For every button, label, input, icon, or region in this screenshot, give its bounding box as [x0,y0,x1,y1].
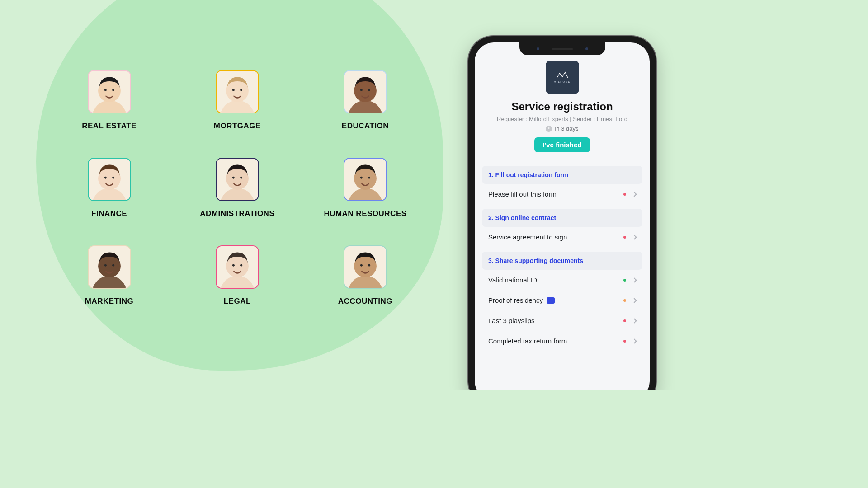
finish-button[interactable]: I've finished [534,137,590,152]
svg-point-43 [360,264,363,267]
svg-point-24 [240,177,242,179]
item-label: Please fill out this form [488,190,557,198]
category-label: REAL ESTATE [82,122,137,131]
avatar [88,245,131,289]
svg-point-38 [232,264,235,267]
svg-point-13 [360,89,363,91]
list-item[interactable]: Valid national ID [482,270,642,290]
category-label: MORTGAGE [214,122,261,131]
item-label: Completed tax return form [488,337,567,345]
step-header[interactable]: 2. Sign online contract [482,209,642,227]
category-label: ADMINISTRATIONS [200,209,274,218]
page-title: Service registration [475,100,650,113]
svg-point-29 [368,177,370,179]
svg-point-23 [232,177,235,179]
chevron-right-icon [632,298,637,303]
category-card[interactable]: REAL ESTATE [68,70,151,131]
chevron-right-icon [632,318,637,323]
category-card[interactable]: HUMAN RESOURCES [324,158,406,218]
list-item[interactable]: Service agreement to sign [482,227,642,247]
step-header[interactable]: 1. Fill out registration form [482,166,642,184]
category-card[interactable]: MORTGAGE [196,70,278,131]
list-item[interactable]: Completed tax return form [482,331,642,351]
brand-logo-text: MILFORD [554,80,571,83]
status-dot [623,340,626,343]
due-row: in 3 days [475,125,650,132]
phone-notch [519,42,605,55]
list-item[interactable]: Please fill out this form [482,184,642,204]
category-label: MARKETING [85,297,133,306]
status-dot [623,319,626,322]
category-card[interactable]: MARKETING [68,245,151,306]
svg-point-9 [240,89,242,91]
svg-point-8 [232,89,235,91]
svg-point-33 [104,264,106,267]
svg-point-18 [104,177,106,179]
phone-frame: MILFORD Service registration Requester :… [468,36,656,390]
category-card[interactable]: ACCOUNTING [324,245,406,306]
status-dot [623,299,626,302]
chevron-right-icon [632,338,637,343]
list-item[interactable]: Proof of residency [482,290,642,310]
category-label: EDUCATION [342,122,389,131]
phone-screen: MILFORD Service registration Requester :… [475,42,650,390]
category-card[interactable]: LEGAL [196,245,278,306]
avatar [216,70,259,113]
category-label: HUMAN RESOURCES [324,209,406,218]
status-dot [623,193,626,196]
chevron-right-icon [632,235,637,239]
comment-icon [547,297,555,304]
avatar [344,158,387,201]
categories-grid: REAL ESTATEMORTGAGEEDUCATIONFINANCEADMIN… [68,70,407,306]
category-card[interactable]: ADMINISTRATIONS [196,158,278,218]
meta-line: Requester : Milford Experts | Sender : E… [475,116,650,122]
chevron-right-icon [632,192,637,197]
avatar [216,245,259,289]
svg-point-34 [112,264,114,267]
avatar [344,70,387,113]
avatar [88,70,131,113]
item-label: Service agreement to sign [488,233,567,241]
status-dot [623,279,626,282]
list-item[interactable]: Last 3 playslips [482,310,642,331]
svg-point-44 [368,264,370,267]
svg-point-3 [104,89,106,91]
svg-point-39 [240,264,242,267]
category-label: ACCOUNTING [338,297,392,306]
svg-point-14 [368,89,370,91]
svg-point-19 [112,177,114,179]
svg-point-4 [112,89,114,91]
category-card[interactable]: FINANCE [68,158,151,218]
steps-container: 1. Fill out registration formPlease fill… [475,161,650,351]
step-header[interactable]: 3. Share supporting documents [482,252,642,270]
avatar [216,158,259,201]
item-label: Valid national ID [488,276,537,284]
avatar [344,245,387,289]
item-label: Last 3 playslips [488,317,535,324]
chevron-right-icon [632,277,637,282]
category-card[interactable]: EDUCATION [324,70,406,131]
category-label: FINANCE [91,209,127,218]
clock-icon [546,126,552,132]
item-label: Proof of residency [488,296,543,304]
status-dot [623,236,626,239]
category-label: LEGAL [224,297,251,306]
due-text: in 3 days [555,125,578,132]
svg-point-28 [360,177,363,179]
avatar [88,158,131,201]
brand-logo: MILFORD [546,61,579,94]
